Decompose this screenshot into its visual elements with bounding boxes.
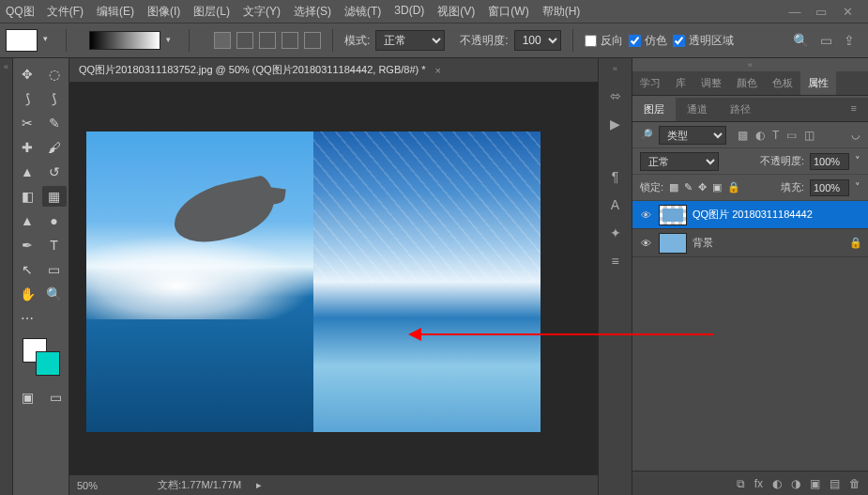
link-layers-icon[interactable]: ⧉ xyxy=(737,477,745,490)
filter-toggle-icon[interactable]: ◡ xyxy=(851,129,860,141)
layer-fill-input[interactable] xyxy=(810,179,849,196)
layer-opacity-input[interactable] xyxy=(810,153,849,170)
document-tab[interactable]: QQ图片20180311183752.jpg @ 50% (QQ图片201803… xyxy=(69,58,598,83)
minimize-icon[interactable]: — xyxy=(785,5,804,19)
zoom-readout[interactable]: 50% xyxy=(77,480,143,491)
zoom-tool-icon[interactable]: 🔍 xyxy=(42,284,67,304)
character-icon[interactable]: A xyxy=(611,197,619,212)
search-icon[interactable]: 🔍 xyxy=(793,33,809,48)
fill-adjust-icon[interactable]: ◑ xyxy=(791,477,800,490)
eraser-tool-icon[interactable]: ◧ xyxy=(15,186,39,207)
menu-view[interactable]: 视图(V) xyxy=(431,0,481,23)
type-tool-icon[interactable]: T xyxy=(42,235,67,255)
extra-tool-icon[interactable]: ⋯ xyxy=(15,308,39,329)
linear-gradient-icon[interactable] xyxy=(214,32,231,49)
menu-image[interactable]: 图像(I) xyxy=(141,0,187,23)
gradient-tool-icon[interactable]: ▦ xyxy=(42,186,67,207)
menu-type[interactable]: 文字(Y) xyxy=(236,0,287,23)
visibility-icon[interactable]: 👁 xyxy=(638,209,653,221)
brush-tool-icon[interactable]: 🖌 xyxy=(42,137,67,158)
share-icon[interactable]: ⇪ xyxy=(844,33,855,48)
blend-mode-select[interactable]: 正常 xyxy=(375,30,445,51)
healing-brush-icon[interactable]: ✚ xyxy=(15,137,39,158)
reflected-gradient-icon[interactable] xyxy=(282,32,298,49)
swatches-panel-icon[interactable]: ≡ xyxy=(611,254,618,269)
magnetic-lasso-icon[interactable]: ⟆ xyxy=(42,88,67,109)
tab-layers[interactable]: 图层 xyxy=(632,98,676,121)
quickmask-icon[interactable]: ▣ xyxy=(15,387,39,408)
tab-properties[interactable]: 属性 xyxy=(800,71,836,95)
new-layer-icon[interactable]: ▤ xyxy=(830,477,840,490)
tab-learn[interactable]: 学习 xyxy=(632,71,668,95)
menu-edit[interactable]: 编辑(E) xyxy=(90,0,141,23)
filter-shape-icon[interactable]: ▭ xyxy=(786,129,797,142)
status-chevron-icon[interactable]: ▸ xyxy=(256,479,262,491)
layer-name[interactable]: 背景 xyxy=(693,236,713,250)
pen-tool-icon[interactable]: ✒ xyxy=(15,235,39,255)
blur-tool-icon[interactable]: ▲ xyxy=(15,210,39,231)
angle-gradient-icon[interactable] xyxy=(259,32,276,49)
collapse-toggle-icon[interactable]: « xyxy=(613,62,617,75)
history-brush-icon[interactable]: ↺ xyxy=(42,162,67,182)
reverse-checkbox[interactable]: 反向 xyxy=(585,33,623,49)
hand-tool-icon[interactable]: ✋ xyxy=(15,284,39,304)
foreground-color-button[interactable] xyxy=(6,29,38,52)
opacity-select[interactable]: 100% xyxy=(514,30,561,51)
dropdown-icon[interactable]: ˅ xyxy=(855,181,860,193)
panel-collapse-icon[interactable]: « xyxy=(632,58,868,71)
radial-gradient-icon[interactable] xyxy=(236,32,253,49)
filter-adjust-icon[interactable]: ◐ xyxy=(755,129,765,142)
brush-panel-icon[interactable]: ✦ xyxy=(610,225,621,240)
screenmode-icon[interactable]: ▭ xyxy=(43,387,68,408)
diamond-gradient-icon[interactable] xyxy=(304,32,321,49)
layer-filter-select[interactable]: 类型 xyxy=(659,126,726,145)
menu-filter[interactable]: 滤镜(T) xyxy=(338,0,388,23)
gradient-preview[interactable] xyxy=(89,31,160,50)
search-small-icon[interactable]: 🔎 xyxy=(640,129,653,141)
lock-artboard-icon[interactable]: ▣ xyxy=(712,181,722,193)
menu-help[interactable]: 帮助(H) xyxy=(536,0,587,23)
clone-stamp-icon[interactable]: ▲ xyxy=(15,162,39,182)
paragraph-icon[interactable]: ¶ xyxy=(612,169,619,184)
fx-icon[interactable]: fx xyxy=(754,477,763,490)
left-collapse-strip[interactable]: « xyxy=(0,58,13,495)
tab-swatches[interactable]: 色板 xyxy=(765,71,800,95)
tab-channels[interactable]: 通道 xyxy=(676,98,719,121)
play-icon[interactable]: ▶ xyxy=(610,116,620,131)
shape-tool-icon[interactable]: ▭ xyxy=(42,259,67,280)
move-tool-icon[interactable]: ✥ xyxy=(15,64,39,85)
layer-item[interactable]: 👁 QQ图片 20180311184442 xyxy=(632,201,868,229)
workspace-icon[interactable]: ▭ xyxy=(820,33,832,48)
layer-thumbnail[interactable] xyxy=(659,205,687,225)
histogram-icon[interactable]: ⬄ xyxy=(610,88,621,103)
eyedropper-tool-icon[interactable]: ✎ xyxy=(42,113,67,133)
filter-type-icon[interactable]: T xyxy=(772,129,779,142)
lock-pixels-icon[interactable]: ▩ xyxy=(669,181,678,193)
tab-color[interactable]: 颜色 xyxy=(729,71,765,95)
lock-all-icon[interactable]: 🔒 xyxy=(727,181,740,193)
visibility-icon[interactable]: 👁 xyxy=(638,238,653,249)
filter-smart-icon[interactable]: ◫ xyxy=(804,129,815,142)
path-select-icon[interactable]: ↖ xyxy=(15,259,39,280)
crop-tool-icon[interactable]: ✂ xyxy=(15,113,39,133)
marquee-tool-icon[interactable]: ◌ xyxy=(42,64,67,85)
menu-select[interactable]: 选择(S) xyxy=(287,0,338,23)
filter-image-icon[interactable]: ▩ xyxy=(738,129,748,142)
tab-close-icon[interactable]: × xyxy=(435,65,441,76)
layer-item[interactable]: 👁 背景 🔒 xyxy=(632,229,868,257)
panel-menu-icon[interactable]: ≡ xyxy=(840,98,868,121)
lasso-tool-icon[interactable]: ⟆ xyxy=(15,88,39,109)
group-icon[interactable]: ▣ xyxy=(810,477,820,490)
layer-name[interactable]: QQ图片 20180311184442 xyxy=(693,208,813,222)
lock-brush-icon[interactable]: ✎ xyxy=(684,181,693,193)
layer-blend-select[interactable]: 正常 xyxy=(640,152,719,171)
tab-paths[interactable]: 路径 xyxy=(719,98,762,121)
canvas-viewport[interactable] xyxy=(69,83,598,474)
tab-adjust[interactable]: 调整 xyxy=(693,71,729,95)
tab-library[interactable]: 库 xyxy=(668,71,693,95)
layer-thumbnail[interactable] xyxy=(659,233,687,254)
menu-file[interactable]: 文件(F) xyxy=(40,0,90,23)
dither-checkbox[interactable]: 仿色 xyxy=(629,33,667,49)
canvas[interactable] xyxy=(86,131,541,432)
trash-icon[interactable]: 🗑 xyxy=(849,477,860,490)
